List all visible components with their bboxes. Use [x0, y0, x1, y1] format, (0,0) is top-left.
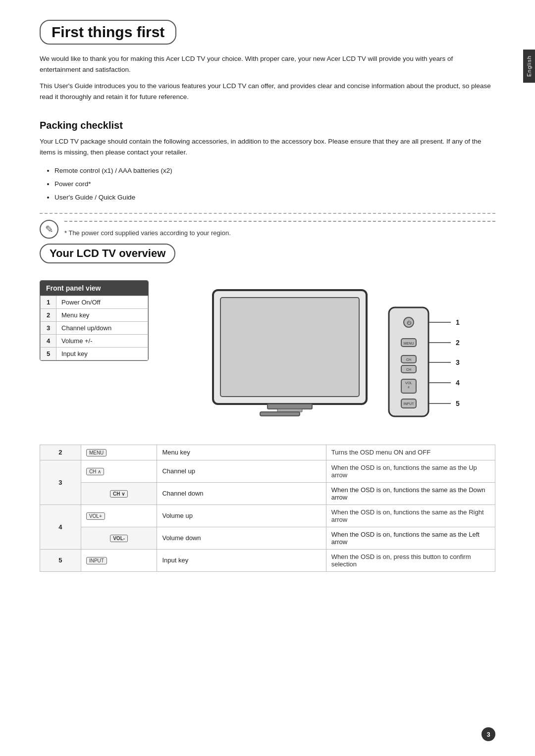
svg-text:±: ±	[408, 385, 410, 389]
row-num: 3	[41, 321, 56, 334]
list-item: Remote control (x1) / AAA batteries (x2)	[54, 164, 495, 177]
table-row: 4 VOL+ Volume up When the OSD is on, fun…	[40, 504, 495, 527]
svg-text:4: 4	[456, 379, 460, 387]
btn-icon-cell: VOL-	[81, 527, 157, 549]
svg-rect-2	[268, 404, 312, 409]
key-description: When the OSD is on, press this button to…	[326, 549, 495, 571]
vol-up-button-icon: VOL+	[86, 512, 105, 520]
packing-title: Packing checklist	[40, 120, 495, 131]
language-tab: English	[523, 50, 535, 83]
btn-icon-cell: CH ∧	[81, 460, 157, 482]
page-container: English First things first We would like…	[0, 0, 535, 756]
front-panel-container: Front panel view 1 Power On/Off 2 Menu k…	[40, 280, 495, 434]
table-row: 2 MENU Menu key Turns the OSD menu ON an…	[40, 445, 495, 460]
key-description: When the OSD is on, functions the same a…	[326, 504, 495, 527]
row-label: Channel up/down	[56, 321, 148, 334]
svg-rect-4	[260, 412, 300, 416]
row-label: Input key	[56, 347, 148, 360]
key-name: Menu key	[157, 445, 326, 460]
svg-text:5: 5	[456, 400, 460, 407]
svg-text:INPUT: INPUT	[404, 402, 415, 405]
main-title: First things first	[40, 20, 176, 45]
list-item: Power cord*	[54, 177, 495, 191]
table-row: 5 Input key	[41, 347, 148, 360]
note-text: * The power cord supplied varies accordi…	[64, 226, 231, 237]
row-num: 1	[41, 296, 56, 308]
row-label: Menu key	[56, 308, 148, 321]
list-item: User's Guide / Quick Guide	[54, 191, 495, 204]
key-description: When the OSD is on, functions the same a…	[326, 527, 495, 549]
row-label: Power On/Off	[56, 296, 148, 308]
vol-down-button-icon: VOL-	[110, 535, 128, 542]
note-divider	[64, 221, 495, 222]
intro-paragraph-2: This User's Guide introduces you to the …	[40, 81, 495, 102]
front-panel-table: Front panel view 1 Power On/Off 2 Menu k…	[40, 280, 149, 361]
key-name: Volume up	[157, 504, 326, 527]
table-row: VOL- Volume down When the OSD is on, fun…	[40, 527, 495, 549]
row-num: 5	[41, 347, 56, 360]
packing-list: Remote control (x1) / AAA batteries (x2)…	[54, 164, 495, 204]
tv-diagram-svg: ⏻ MENU CH CH VOL ± INPUT 1 2 3	[168, 280, 495, 434]
svg-text:3: 3	[456, 358, 460, 366]
row-num: 2	[41, 308, 56, 321]
row-num: 3	[40, 460, 81, 504]
input-button-icon: INPUT	[86, 557, 107, 564]
packing-description: Your LCD TV package should contain the f…	[40, 136, 495, 157]
row-label: Volume +/-	[56, 334, 148, 347]
row-num: 2	[40, 445, 81, 460]
menu-button-icon: MENU	[86, 449, 107, 456]
btn-icon-cell: VOL+	[81, 504, 157, 527]
overview-section: Your LCD TV overview Front panel view 1 …	[40, 244, 495, 572]
svg-rect-1	[220, 298, 359, 397]
row-num: 5	[40, 549, 81, 571]
front-panel-left: Front panel view 1 Power On/Off 2 Menu k…	[40, 280, 149, 361]
btn-icon-cell: CH ∨	[81, 482, 157, 504]
svg-text:CH: CH	[406, 368, 411, 371]
svg-text:VOL: VOL	[405, 381, 412, 385]
key-name: Input key	[157, 549, 326, 571]
ch-down-button-icon: CH ∨	[110, 490, 128, 498]
key-name: Volume down	[157, 527, 326, 549]
svg-text:MENU: MENU	[404, 342, 414, 345]
key-description: When the OSD is on, functions the same a…	[326, 482, 495, 504]
table-row: 4 Volume +/-	[41, 334, 148, 347]
tv-diagram: ⏻ MENU CH CH VOL ± INPUT 1 2 3	[168, 280, 495, 434]
key-name: Channel down	[157, 482, 326, 504]
svg-text:CH: CH	[406, 358, 411, 361]
detail-table: 2 MENU Menu key Turns the OSD menu ON an…	[40, 445, 495, 572]
ch-up-button-icon: CH ∧	[86, 468, 104, 475]
table-row: 3 Channel up/down	[41, 321, 148, 334]
front-panel-data-table: 1 Power On/Off 2 Menu key 3 Channel up/d…	[40, 296, 148, 360]
key-description: When the OSD is on, functions the same a…	[326, 460, 495, 482]
note-icon: ✎	[40, 220, 58, 239]
packing-section: Packing checklist Your LCD TV package sh…	[40, 120, 495, 238]
key-name: Channel up	[157, 460, 326, 482]
svg-text:2: 2	[456, 339, 460, 347]
page-number: 3	[482, 727, 495, 741]
svg-text:⏻: ⏻	[407, 320, 412, 325]
overview-title: Your LCD TV overview	[40, 244, 175, 263]
front-panel-header: Front panel view	[40, 281, 148, 296]
svg-text:1: 1	[456, 318, 460, 326]
note-box: ✎ * The power cord supplied varies accor…	[40, 213, 495, 239]
table-row: 1 Power On/Off	[41, 296, 148, 308]
row-num: 4	[41, 334, 56, 347]
table-row: 5 INPUT Input key When the OSD is on, pr…	[40, 549, 495, 571]
intro-paragraph-1: We would like to thank you for making th…	[40, 53, 495, 75]
table-row: 2 Menu key	[41, 308, 148, 321]
btn-icon-cell: MENU	[81, 445, 157, 460]
table-row: 3 CH ∧ Channel up When the OSD is on, fu…	[40, 460, 495, 482]
row-num: 4	[40, 504, 81, 549]
btn-icon-cell: INPUT	[81, 549, 157, 571]
table-row: CH ∨ Channel down When the OSD is on, fu…	[40, 482, 495, 504]
key-description: Turns the OSD menu ON and OFF	[326, 445, 495, 460]
